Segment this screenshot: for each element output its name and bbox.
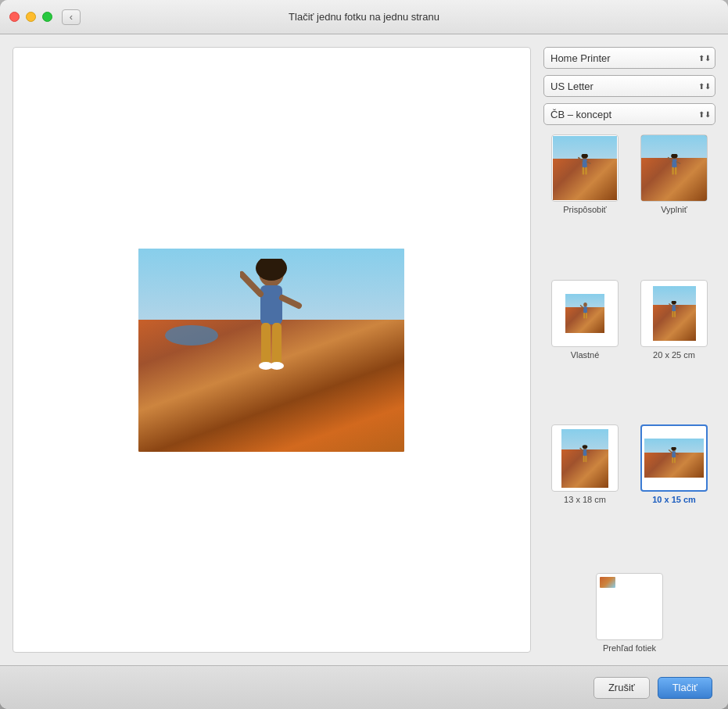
photo-overview-section: Prehľad fotiek [543,573,715,653]
svg-rect-37 [583,449,587,456]
svg-line-4 [282,298,299,306]
svg-line-20 [676,162,680,163]
paper-dropdown[interactable]: US Letter A4 A3 [543,75,715,97]
svg-rect-33 [672,310,674,317]
paper-dropdown-wrapper: US Letter A4 A3 ⬆⬇ [543,75,715,97]
size-option-overview[interactable]: Prehľad fotiek [596,573,663,653]
preview-photo [138,249,404,452]
overview-label: Prehľad fotiek [603,643,656,653]
svg-line-3 [242,274,260,294]
svg-point-23 [583,303,587,307]
svg-point-10 [582,154,588,158]
svg-point-8 [270,362,284,370]
size-grid: Prispôsobiť [543,131,715,567]
maximize-button[interactable] [42,12,52,22]
size-label-fit: Prispôsobiť [563,205,606,214]
window-title: Tlačiť jednu fotku na jednu stranu [289,11,439,23]
traffic-lights [9,12,52,22]
size-option-fit[interactable]: Prispôsobiť [543,134,626,274]
svg-rect-15 [586,167,587,175]
svg-point-36 [583,446,588,449]
svg-rect-5 [261,323,271,366]
svg-point-17 [671,154,677,158]
quality-dropdown[interactable]: ČB – koncept Farebné Čiernobiele [543,103,715,125]
svg-rect-22 [675,167,676,175]
back-button[interactable]: ‹ [62,9,81,25]
svg-rect-26 [583,313,585,318]
size-option-custom[interactable]: Vlastné [543,280,626,419]
size-label-10x15: 10 x 15 cm [652,495,696,504]
size-thumb-10x15 [640,424,708,492]
svg-rect-14 [583,167,584,175]
size-label-20x25: 20 x 25 cm [653,350,695,360]
printer-dropdown[interactable]: Home Printer PDF Other Printer [543,47,715,69]
size-label-13x18: 13 x 18 cm [564,495,606,504]
svg-rect-48 [674,457,676,463]
svg-rect-6 [272,323,282,366]
minimize-button[interactable] [26,12,36,22]
svg-rect-41 [585,456,586,462]
bottom-bar: Zrušiť Tlačiť [0,665,728,709]
svg-point-43 [672,447,677,450]
size-option-10x15[interactable]: 10 x 15 cm [633,424,715,564]
size-thumb-overview [596,573,663,640]
svg-line-46 [676,453,678,454]
cancel-button[interactable]: Zrušiť [594,677,650,699]
svg-rect-21 [672,167,673,175]
close-button[interactable] [9,12,20,22]
svg-rect-2 [260,285,282,324]
printer-dropdown-wrapper: Home Printer PDF Other Printer ⬆⬇ [543,47,715,69]
svg-rect-24 [583,306,587,313]
print-button[interactable]: Tlačiť [658,677,712,699]
size-thumb-20x25 [640,280,708,347]
quality-dropdown-wrapper: ČB – koncept Farebné Čiernobiele ⬆⬇ [543,103,715,125]
size-option-fill[interactable]: Vyplniť [633,134,715,274]
size-thumb-fit [551,134,619,202]
svg-line-32 [676,306,678,307]
main-content: Home Printer PDF Other Printer ⬆⬇ US Let… [0,34,728,665]
svg-line-31 [669,303,672,306]
svg-rect-40 [583,456,585,462]
size-label-fill: Vyplniť [661,205,687,214]
size-thumb-13x18 [551,424,619,492]
size-thumb-custom [551,280,619,347]
svg-point-29 [672,301,676,304]
svg-line-39 [586,452,589,453]
size-thumb-fill [640,134,708,202]
size-option-20x25[interactable]: 20 x 25 cm [633,280,715,419]
svg-line-12 [579,158,583,161]
svg-rect-18 [672,159,676,168]
preview-area [13,47,531,653]
svg-rect-27 [585,313,586,318]
titlebar: ‹ Tlačiť jednu fotku na jednu stranu [0,0,728,34]
svg-rect-44 [672,451,676,457]
svg-rect-34 [674,310,676,317]
svg-rect-47 [672,457,674,463]
size-option-13x18[interactable]: 13 x 18 cm [543,424,626,564]
right-panel: Home Printer PDF Other Printer ⬆⬇ US Let… [543,47,715,653]
overview-mini-photo [600,577,615,588]
svg-line-13 [587,162,590,163]
svg-rect-30 [672,305,676,311]
svg-line-19 [668,158,672,161]
preview-paper [39,78,504,622]
back-icon: ‹ [70,11,73,23]
svg-line-38 [580,449,583,451]
svg-line-25 [580,305,583,307]
size-label-custom: Vlastné [571,350,600,360]
app-window: ‹ Tlačiť jednu fotku na jednu stranu [0,0,728,709]
svg-line-45 [669,450,672,453]
svg-rect-11 [583,159,587,168]
